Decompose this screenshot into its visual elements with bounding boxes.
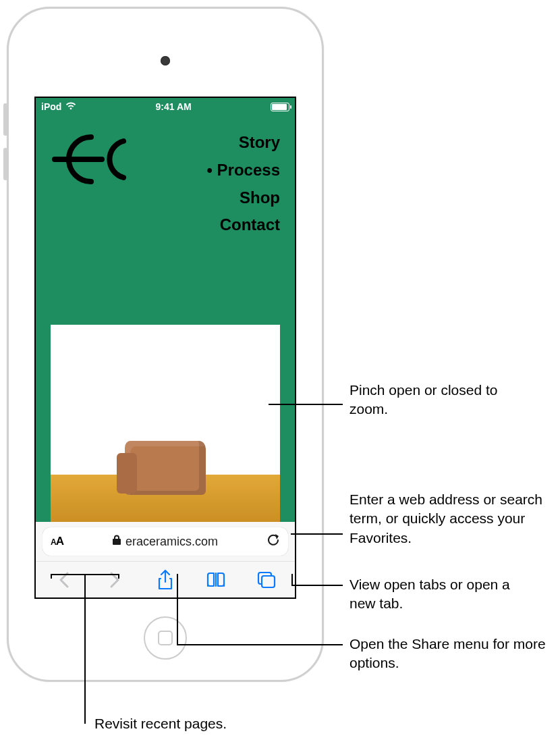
home-button[interactable]: [144, 616, 187, 660]
bookmarks-button[interactable]: [201, 565, 231, 595]
battery-icon: [271, 103, 289, 111]
share-button[interactable]: [150, 565, 180, 595]
side-buttons: [3, 103, 7, 192]
address-bar-row: AA eraceramics.com: [36, 522, 295, 561]
lock-icon: [112, 535, 121, 549]
device-frame: iPod 9:41 AM: [7, 7, 324, 682]
screen: iPod 9:41 AM: [34, 97, 296, 599]
menu-process[interactable]: Process: [207, 157, 280, 184]
reload-button[interactable]: [267, 533, 280, 550]
menu-story[interactable]: Story: [207, 129, 280, 157]
status-time: 9:41 AM: [156, 101, 192, 112]
url-domain: eraceramics.com: [125, 535, 218, 549]
hero-image: [51, 325, 280, 522]
tabs-button[interactable]: [252, 565, 281, 595]
callout-tabs: View open tabs or open a new tab.: [349, 575, 538, 614]
site-logo[interactable]: [51, 129, 132, 239]
forward-button[interactable]: [100, 565, 130, 595]
menu-shop[interactable]: Shop: [207, 184, 280, 212]
svg-rect-2: [262, 576, 275, 587]
site-menu: Story Process Shop Contact: [207, 129, 280, 239]
status-bar: iPod 9:41 AM: [36, 98, 295, 115]
menu-contact[interactable]: Contact: [207, 211, 280, 239]
toolbar: [36, 561, 295, 597]
wifi-icon: [65, 101, 76, 112]
callout-zoom: Pinch open or closed to zoom.: [349, 381, 538, 419]
callout-address: Enter a web address or search term, or q…: [349, 490, 552, 548]
reader-aa-button[interactable]: AA: [51, 535, 63, 548]
callout-share: Open the Share menu for more options.: [349, 635, 552, 673]
back-button[interactable]: [49, 565, 79, 595]
front-camera: [161, 56, 170, 65]
callout-recent: Revisit recent pages.: [94, 714, 297, 733]
web-content[interactable]: Story Process Shop Contact: [36, 115, 295, 522]
address-bar[interactable]: AA eraceramics.com: [43, 527, 288, 556]
top-bezel: [9, 9, 322, 97]
device-label: iPod: [41, 101, 61, 112]
